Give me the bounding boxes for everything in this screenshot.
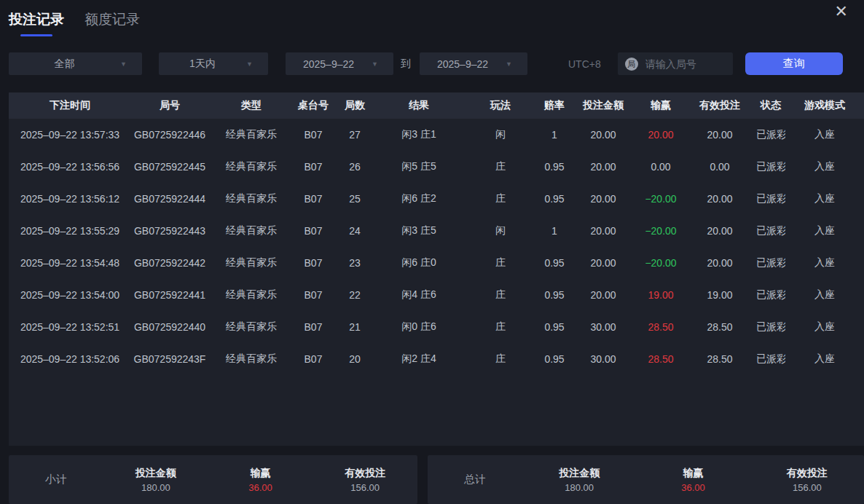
cell-round: 27 xyxy=(332,119,377,151)
cell-result: 闲5 庄5 xyxy=(377,151,460,183)
to-label: 到 xyxy=(401,58,411,71)
cell-win_loss: −20.00 xyxy=(638,247,683,279)
cell-valid_bet: 20.00 xyxy=(683,247,756,279)
date-from-dropdown[interactable]: 2025–9–22 ▼ xyxy=(286,52,393,75)
cell-round: 20 xyxy=(332,343,377,375)
tab-quota-records[interactable]: 额度记录 xyxy=(85,10,140,36)
subtotal-item: 有效投注156.00 xyxy=(313,467,417,493)
chevron-down-icon: ▼ xyxy=(372,60,393,68)
cell-game_id: GB072592243F xyxy=(131,343,208,375)
filter-bar: 全部 ▼ 1天内 ▼ 2025–9–22 ▼ 到 2025–9–22 ▼ UTC… xyxy=(9,52,843,75)
table-row: 2025–09–22 13:56:56GB0725922445经典百家乐B072… xyxy=(9,151,864,183)
cell-mode: 入座 xyxy=(785,279,864,311)
cell-win_loss: −20.00 xyxy=(638,183,683,215)
cell-round: 25 xyxy=(332,183,377,215)
col-status: 状态 xyxy=(756,92,785,119)
total-label: 总计 xyxy=(428,473,522,487)
category-dropdown[interactable]: 全部 ▼ xyxy=(9,52,142,75)
cell-game_id: GB0725922445 xyxy=(131,151,208,183)
round-number-input[interactable] xyxy=(644,58,726,71)
cell-play: 闲 xyxy=(460,119,541,151)
cell-result: 闲6 庄2 xyxy=(377,183,460,215)
cell-time: 2025–09–22 13:52:06 xyxy=(9,343,131,375)
table-row: 2025–09–22 13:54:00GB0725922441经典百家乐B072… xyxy=(9,279,864,311)
cell-bet: 30.00 xyxy=(568,343,638,375)
cell-status: 已派彩 xyxy=(756,279,785,311)
cell-bet: 20.00 xyxy=(568,279,638,311)
date-to-dropdown[interactable]: 2025–9–22 ▼ xyxy=(420,52,527,75)
col-type: 类型 xyxy=(208,92,294,119)
cell-status: 已派彩 xyxy=(756,151,785,183)
cell-result: 闲3 庄1 xyxy=(377,119,460,151)
col-valid_bet: 有效投注 xyxy=(683,92,756,119)
cell-result: 闲3 庄5 xyxy=(377,215,460,247)
cell-win_loss: 20.00 xyxy=(638,119,683,151)
cell-valid_bet: 19.00 xyxy=(683,279,756,311)
cell-time: 2025–09–22 13:55:29 xyxy=(9,215,131,247)
cell-status: 已派彩 xyxy=(756,119,785,151)
cell-bet: 20.00 xyxy=(568,183,638,215)
cell-table_no: B07 xyxy=(294,215,332,247)
cell-mode: 入座 xyxy=(785,183,864,215)
tab-quota-records-label: 额度记录 xyxy=(85,12,140,27)
chevron-down-icon: ▼ xyxy=(120,60,142,68)
summary-total-items: 投注金额180.00输赢36.00有效投注156.00 xyxy=(522,467,864,493)
col-table_no: 桌台号 xyxy=(294,92,332,119)
cell-type: 经典百家乐 xyxy=(208,311,294,343)
col-game_id: 局号 xyxy=(131,92,208,119)
cell-game_id: GB0725922440 xyxy=(131,311,208,343)
cell-mode: 入座 xyxy=(785,343,864,375)
table-row: 2025–09–22 13:52:06GB072592243F经典百家乐B072… xyxy=(9,343,864,375)
cell-win_loss: 28.50 xyxy=(638,311,683,343)
cell-status: 已派彩 xyxy=(756,247,785,279)
cell-play: 庄 xyxy=(460,279,541,311)
cell-status: 已派彩 xyxy=(756,215,785,247)
table-header-row: 下注时间局号类型桌台号局数结果玩法赔率投注金额输赢有效投注状态游戏模式 xyxy=(9,92,864,119)
cell-type: 经典百家乐 xyxy=(208,119,294,151)
cell-mode: 入座 xyxy=(785,151,864,183)
cell-play: 庄 xyxy=(460,151,541,183)
cell-play: 庄 xyxy=(460,343,541,375)
query-button[interactable]: 查询 xyxy=(745,52,843,75)
cell-win_loss: 28.50 xyxy=(638,343,683,375)
total-item: 有效投注156.00 xyxy=(750,467,864,493)
chevron-down-icon: ▼ xyxy=(246,60,268,68)
cell-round: 24 xyxy=(332,215,377,247)
cell-bet: 20.00 xyxy=(568,247,638,279)
round-number-search[interactable]: 局 xyxy=(618,52,733,75)
tab-betting-records[interactable]: 投注记录 xyxy=(9,10,64,36)
cell-odds: 0.95 xyxy=(541,247,568,279)
cell-odds: 0.95 xyxy=(541,279,568,311)
col-play: 玩法 xyxy=(460,92,541,119)
cell-table_no: B07 xyxy=(294,151,332,183)
cell-type: 经典百家乐 xyxy=(208,279,294,311)
cell-valid_bet: 20.00 xyxy=(683,183,756,215)
subtotal-item: 输赢36.00 xyxy=(208,467,313,493)
cell-odds: 0.95 xyxy=(541,311,568,343)
cell-valid_bet: 20.00 xyxy=(683,215,756,247)
close-icon[interactable]: ✕ xyxy=(835,1,848,22)
cell-type: 经典百家乐 xyxy=(208,183,294,215)
total-item: 输赢36.00 xyxy=(636,467,750,493)
cell-bet: 20.00 xyxy=(568,215,638,247)
total-item: 投注金额180.00 xyxy=(522,467,636,493)
cell-valid_bet: 28.50 xyxy=(683,343,756,375)
cell-bet: 20.00 xyxy=(568,119,638,151)
date-range-dropdown-value: 1天内 xyxy=(159,58,246,71)
col-odds: 赔率 xyxy=(541,92,568,119)
cell-mode: 入座 xyxy=(785,311,864,343)
table-row: 2025–09–22 13:55:29GB0725922443经典百家乐B072… xyxy=(9,215,864,247)
col-result: 结果 xyxy=(377,92,460,119)
top-tabs: 投注记录 额度记录 xyxy=(9,10,140,36)
cell-time: 2025–09–22 13:54:48 xyxy=(9,247,131,279)
round-number-icon: 局 xyxy=(625,58,638,71)
cell-valid_bet: 20.00 xyxy=(683,119,756,151)
cell-type: 经典百家乐 xyxy=(208,247,294,279)
cell-round: 23 xyxy=(332,247,377,279)
tab-betting-records-label: 投注记录 xyxy=(9,12,64,27)
date-range-dropdown[interactable]: 1天内 ▼ xyxy=(159,52,268,75)
cell-time: 2025–09–22 13:54:00 xyxy=(9,279,131,311)
cell-table_no: B07 xyxy=(294,311,332,343)
cell-valid_bet: 0.00 xyxy=(683,151,756,183)
cell-game_id: GB0725922444 xyxy=(131,183,208,215)
